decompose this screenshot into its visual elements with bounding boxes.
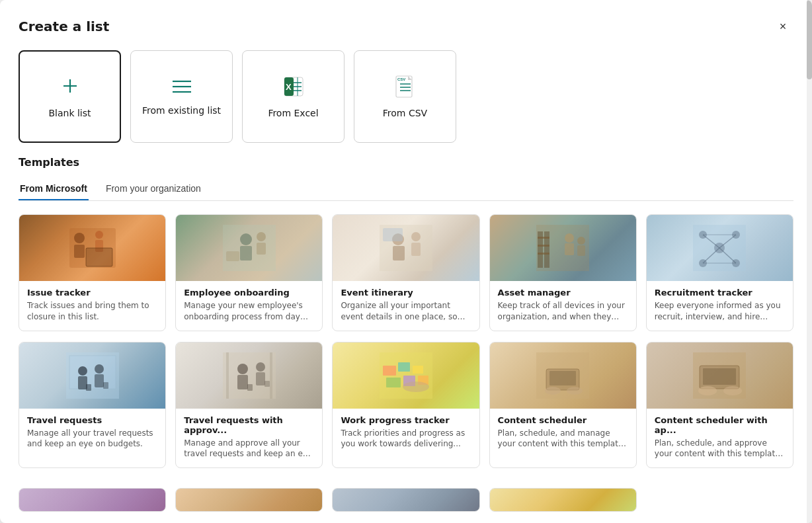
svg-rect-70	[256, 372, 265, 385]
svg-rect-72	[226, 352, 229, 399]
template-card-title-issue: Issue tracker	[27, 288, 157, 298]
svg-point-41	[565, 233, 574, 243]
svg-rect-63	[95, 374, 104, 387]
template-card-title-travel: Travel requests	[27, 415, 157, 425]
tabs-bar: From Microsoft From your organization	[19, 178, 793, 201]
create-option-csv[interactable]: CSV From CSV	[354, 50, 456, 143]
svg-point-69	[256, 362, 265, 372]
svg-rect-28	[226, 251, 239, 261]
svg-rect-19	[74, 245, 85, 258]
list-lines-icon	[170, 77, 194, 99]
partial-card-4[interactable]	[489, 488, 637, 512]
svg-rect-78	[386, 378, 401, 387]
svg-point-43	[577, 237, 585, 245]
template-card-image-onboarding	[176, 215, 322, 281]
template-card-travel2[interactable]: Travel requests with approv... Manage an…	[175, 342, 323, 469]
svg-rect-60	[78, 376, 87, 389]
tab-microsoft[interactable]: From Microsoft	[19, 178, 89, 200]
template-card-asset[interactable]: Asset manager Keep track of all devices …	[489, 214, 637, 331]
template-card-body-content: Content scheduler Plan, schedule, and ma…	[490, 409, 636, 458]
svg-rect-73	[270, 352, 272, 399]
template-card-body-travel: Travel requests Manage all your travel r…	[19, 409, 165, 458]
template-card-image-issue	[19, 215, 165, 281]
svg-point-62	[95, 364, 104, 374]
partial-card-2[interactable]	[175, 488, 323, 512]
tab-organization[interactable]: From your organization	[104, 178, 202, 200]
template-grid-row2: Travel requests Manage all your travel r…	[19, 342, 793, 479]
template-card-body-asset: Asset manager Keep track of all devices …	[490, 281, 636, 331]
template-card-image-asset	[490, 215, 636, 281]
scrollbar-thumb[interactable]	[807, 0, 812, 79]
template-card-content[interactable]: Content scheduler Plan, schedule, and ma…	[489, 342, 637, 469]
svg-rect-67	[237, 375, 248, 389]
svg-rect-75	[383, 366, 396, 376]
template-card-title-content2: Content scheduler with ap...	[655, 415, 785, 435]
template-card-body-travel2: Travel requests with approv... Manage an…	[176, 409, 322, 468]
template-card-image-event	[333, 215, 479, 281]
template-card-recruitment[interactable]: Recruitment tracker Keep everyone inform…	[646, 214, 793, 331]
svg-rect-71	[264, 381, 270, 387]
partial-card-1[interactable]	[19, 488, 166, 512]
svg-rect-42	[565, 243, 574, 255]
partial-card-img-2	[176, 489, 322, 512]
svg-rect-27	[257, 243, 266, 255]
svg-rect-89	[703, 368, 736, 385]
close-button[interactable]: ×	[772, 16, 793, 37]
plus-icon	[60, 75, 81, 101]
partial-card-3[interactable]	[332, 488, 479, 512]
existing-list-label: From existing list	[142, 105, 221, 116]
svg-rect-64	[103, 382, 108, 389]
template-card-travel[interactable]: Travel requests Manage all your travel r…	[19, 342, 166, 469]
template-card-content2[interactable]: Content scheduler with ap... Plan, sched…	[646, 342, 793, 469]
svg-point-18	[74, 233, 85, 243]
template-card-work-progress[interactable]: Work progress tracker Track priorities a…	[332, 342, 479, 469]
create-option-existing[interactable]: From existing list	[130, 50, 233, 143]
create-options-row: Blank list From existing list X	[0, 45, 812, 156]
template-card-title-content: Content scheduler	[498, 415, 628, 425]
template-card-body-recruitment: Recruitment tracker Keep everyone inform…	[647, 281, 793, 331]
template-card-image-recruitment	[647, 215, 793, 281]
svg-rect-33	[411, 243, 421, 256]
partial-card-img-3	[333, 489, 479, 512]
template-card-desc-travel2: Manage and approve all your travel reque…	[184, 438, 314, 460]
templates-title: Templates	[19, 156, 793, 169]
template-grid-row1: Issue tracker Track issues and bring the…	[19, 214, 793, 342]
template-card-desc-issue: Track issues and bring them to closure i…	[27, 300, 157, 323]
svg-rect-61	[86, 384, 91, 391]
template-card-image-travel	[19, 342, 165, 409]
svg-rect-65	[223, 352, 276, 399]
template-card-title-event: Event itinerary	[341, 288, 471, 298]
create-option-excel[interactable]: X From Excel	[242, 50, 345, 143]
dialog-title: Create a list	[19, 19, 109, 34]
template-card-desc-content: Plan, schedule, and manage your content …	[498, 428, 628, 450]
svg-rect-34	[383, 228, 403, 241]
svg-point-66	[237, 364, 248, 374]
template-card-issue-tracker[interactable]: Issue tracker Track issues and bring the…	[19, 214, 166, 331]
template-card-event[interactable]: Event itinerary Organize all your import…	[332, 214, 479, 331]
svg-text:CSV: CSV	[397, 77, 405, 81]
template-card-image-travel2	[176, 342, 322, 409]
template-card-onboarding[interactable]: Employee onboarding Manage your new empl…	[175, 214, 323, 331]
scrollbar[interactable]	[807, 0, 812, 523]
svg-point-85	[545, 387, 561, 395]
create-option-blank[interactable]: Blank list	[19, 50, 121, 143]
csv-icon: CSV	[393, 75, 417, 101]
dialog-header: Create a list ×	[0, 0, 812, 45]
svg-point-91	[723, 386, 742, 395]
svg-point-59	[78, 366, 87, 376]
excel-icon: X	[282, 75, 305, 101]
template-card-title-travel2: Travel requests with approv...	[184, 415, 314, 435]
svg-rect-84	[549, 371, 576, 385]
svg-rect-40	[538, 253, 549, 255]
template-grid-partial	[19, 488, 793, 517]
partial-card-img-4	[490, 489, 636, 512]
svg-rect-68	[247, 384, 253, 391]
svg-rect-44	[577, 245, 585, 256]
svg-rect-22	[86, 248, 112, 266]
templates-section: Templates From Microsoft From your organ…	[0, 156, 812, 517]
svg-point-81	[403, 382, 429, 392]
template-card-body-work-progress: Work progress tracker Track priorities a…	[333, 409, 479, 458]
svg-rect-76	[398, 362, 410, 372]
svg-point-86	[567, 387, 583, 395]
svg-point-32	[411, 232, 421, 241]
